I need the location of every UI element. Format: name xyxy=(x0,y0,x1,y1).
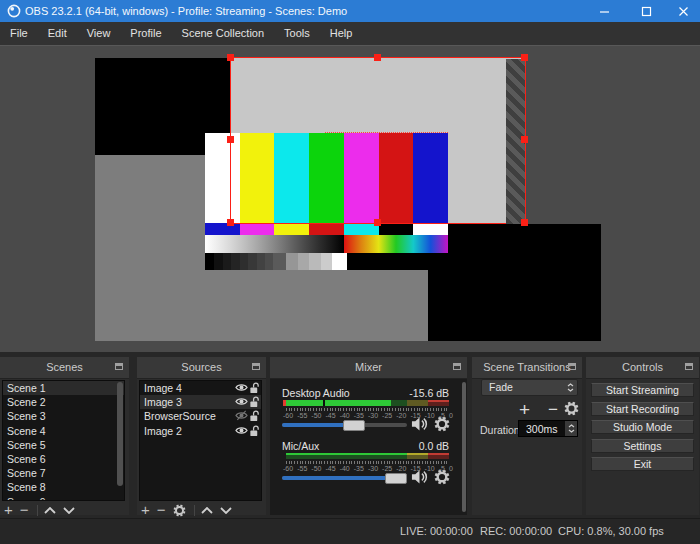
tick-label: -25 xyxy=(382,465,392,472)
speaker-icon[interactable] xyxy=(411,416,428,432)
remove-button[interactable]: − xyxy=(157,504,166,516)
popout-icon[interactable] xyxy=(115,363,123,370)
scene-row-scene-4[interactable]: Scene 4 xyxy=(3,424,124,438)
volume-slider[interactable] xyxy=(282,476,407,480)
scenes-panel-header[interactable]: Scenes xyxy=(0,357,129,379)
transitions-panel-title: Scene Transitions xyxy=(472,357,582,378)
step-block xyxy=(240,253,249,270)
scene-row-scene-7[interactable]: Scene 7 xyxy=(3,466,124,480)
cpu-status: CPU: 0.8%, 30.00 fps xyxy=(558,519,664,544)
transitions-panel-header[interactable]: Scene Transitions xyxy=(472,357,582,379)
menu-bar: FileEditViewProfileScene CollectionTools… xyxy=(0,22,700,45)
popout-icon[interactable] xyxy=(568,363,576,370)
scenes-panel-title: Scenes xyxy=(0,357,129,378)
settings-button[interactable]: Settings xyxy=(591,439,694,453)
tick-label: -60 xyxy=(283,412,293,419)
source-row-image-3[interactable]: Image 3 xyxy=(140,395,261,409)
start-streaming-button[interactable]: Start Streaming xyxy=(591,383,694,397)
tick-label: -55 xyxy=(297,412,307,419)
preview-area[interactable] xyxy=(0,45,700,353)
selection-handle[interactable] xyxy=(521,54,528,61)
remove-button[interactable]: − xyxy=(20,504,29,516)
scene-row-scene-3[interactable]: Scene 3 xyxy=(3,409,124,423)
scene-row-scene-8[interactable]: Scene 8 xyxy=(3,480,124,494)
tick-label: -40 xyxy=(340,465,350,472)
move-down-icon[interactable] xyxy=(63,507,75,514)
step-block xyxy=(205,253,214,270)
source-row-image-4[interactable]: Image 4 xyxy=(140,381,261,395)
step-block xyxy=(257,253,266,270)
popout-icon[interactable] xyxy=(453,363,461,370)
title-bar[interactable]: OBS 23.2.1 (64-bit, windows) - Profile: … xyxy=(0,0,700,22)
transition-select[interactable]: Fade xyxy=(481,379,578,396)
scene-row-scene-1[interactable]: Scene 1 xyxy=(3,381,124,395)
source-row-image-2[interactable]: Image 2 xyxy=(140,424,261,438)
speaker-icon[interactable] xyxy=(411,469,428,485)
source-black-bottom-right[interactable] xyxy=(428,224,601,341)
menu-item-tools[interactable]: Tools xyxy=(274,22,320,45)
tick-label: -45 xyxy=(325,465,335,472)
maximize-button[interactable] xyxy=(629,0,663,22)
source-row-browsersource[interactable]: BrowserSource xyxy=(140,409,261,423)
remove-transition-button[interactable]: − xyxy=(548,400,558,420)
color-block xyxy=(205,223,240,235)
selection-handle[interactable] xyxy=(227,54,234,61)
rec-status: REC: 00:00:00 xyxy=(480,519,552,544)
scene-row-scene-2[interactable]: Scene 2 xyxy=(3,395,124,409)
close-button[interactable] xyxy=(666,0,700,22)
eye-icon[interactable] xyxy=(235,425,248,440)
mixer-panel-header[interactable]: Mixer xyxy=(270,357,467,379)
minimize-button[interactable] xyxy=(587,0,621,22)
exit-button[interactable]: Exit xyxy=(591,457,694,471)
transition-settings-gear-icon[interactable] xyxy=(564,401,579,420)
step-block xyxy=(248,253,257,270)
controls-panel-header[interactable]: Controls xyxy=(586,357,699,379)
status-bar: LIVE: 00:00:00 REC: 00:00:00 CPU: 0.8%, … xyxy=(0,518,700,544)
studio-mode-button[interactable]: Studio Mode xyxy=(591,420,694,434)
add-button[interactable]: + xyxy=(4,504,13,516)
sources-list: Image 4 Image 3 BrowserSource Image 2 xyxy=(139,380,262,501)
scenes-scrollbar[interactable] xyxy=(117,382,123,486)
step-block xyxy=(332,253,347,270)
scene-row-scene-5[interactable]: Scene 5 xyxy=(3,438,124,452)
menu-item-profile[interactable]: Profile xyxy=(120,22,171,45)
selection-handle[interactable] xyxy=(374,54,381,61)
duration-input[interactable]: 300ms xyxy=(518,420,578,437)
selection-handle[interactable] xyxy=(227,136,234,143)
tick-label: -50 xyxy=(311,412,321,419)
unlock-icon[interactable] xyxy=(249,425,260,441)
menu-item-edit[interactable]: Edit xyxy=(38,22,77,45)
duration-spinner[interactable] xyxy=(565,421,577,436)
popout-icon[interactable] xyxy=(685,363,693,370)
tick-label: -60 xyxy=(283,465,293,472)
popout-icon[interactable] xyxy=(252,363,260,370)
move-up-icon[interactable] xyxy=(201,507,213,514)
menu-item-help[interactable]: Help xyxy=(320,22,363,45)
channel-gear-icon[interactable] xyxy=(434,469,450,485)
volume-slider[interactable] xyxy=(282,423,407,427)
sources-panel-header[interactable]: Sources xyxy=(137,357,266,379)
menu-item-scene-collection[interactable]: Scene Collection xyxy=(172,22,275,45)
add-transition-button[interactable]: + xyxy=(519,399,530,421)
selection-handle[interactable] xyxy=(374,219,381,226)
live-status: LIVE: 00:00:00 xyxy=(400,519,473,544)
mixer-scrollbar[interactable] xyxy=(462,382,466,512)
move-down-icon[interactable] xyxy=(220,507,232,514)
slider-handle[interactable] xyxy=(343,420,365,431)
tick-label: -20 xyxy=(396,465,406,472)
menu-item-file[interactable]: File xyxy=(0,22,38,45)
channel-gear-icon[interactable] xyxy=(434,416,450,432)
panel-mixer: Mixer Desktop Audio -15.6 dB -60-55-50-4… xyxy=(270,357,467,515)
move-up-icon[interactable] xyxy=(44,507,56,514)
properties-gear-icon[interactable] xyxy=(173,504,186,517)
selection-handle[interactable] xyxy=(227,219,234,226)
selection-handle[interactable] xyxy=(521,136,528,143)
scene-row-scene-6[interactable]: Scene 6 xyxy=(3,452,124,466)
step-block xyxy=(298,253,310,270)
slider-handle[interactable] xyxy=(385,473,407,484)
add-button[interactable]: + xyxy=(141,504,150,516)
start-recording-button[interactable]: Start Recording xyxy=(591,402,694,416)
menu-item-view[interactable]: View xyxy=(77,22,121,45)
selection-handle[interactable] xyxy=(521,219,528,226)
selection-box[interactable] xyxy=(230,57,526,224)
